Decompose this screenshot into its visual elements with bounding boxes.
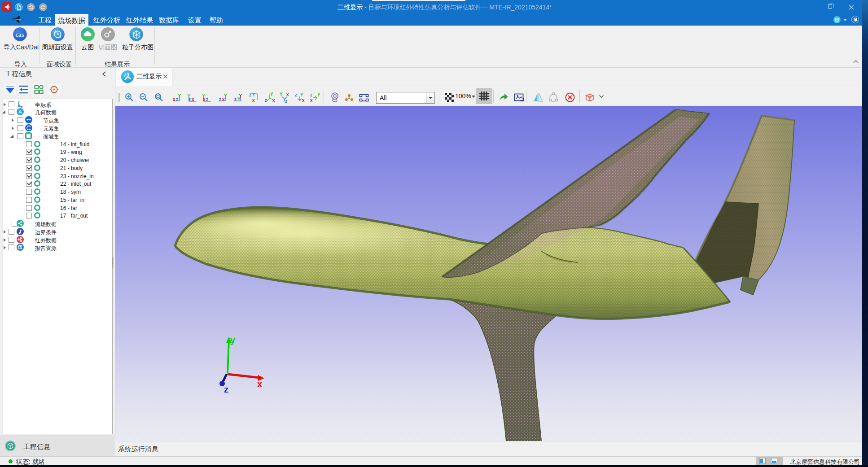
- svg-text:x: x: [302, 98, 305, 103]
- svg-text:x: x: [272, 98, 275, 103]
- svg-text:Y: Y: [300, 92, 303, 97]
- svg-text:z: z: [265, 98, 267, 103]
- svg-text:z: z: [206, 97, 208, 102]
- svg-text:z: z: [249, 92, 251, 97]
- svg-text:z: z: [310, 92, 312, 97]
- svg-text:x: x: [257, 379, 262, 389]
- svg-text:z: z: [295, 92, 297, 97]
- svg-text:z: z: [19, 104, 20, 106]
- svg-text:Y: Y: [280, 92, 283, 97]
- svg-text:x: x: [203, 97, 206, 102]
- svg-text:x: x: [192, 97, 194, 102]
- svg-text:x: x: [310, 98, 313, 103]
- svg-text:Y: Y: [317, 92, 320, 97]
- svg-text:x: x: [252, 98, 255, 103]
- svg-text:y: y: [230, 335, 236, 345]
- svg-text:z: z: [224, 384, 228, 394]
- svg-text:x: x: [21, 105, 23, 108]
- svg-text:x: x: [286, 92, 289, 97]
- svg-text:Y: Y: [18, 101, 20, 104]
- svg-text:Y: Y: [270, 92, 273, 97]
- svg-text:z: z: [285, 99, 287, 104]
- svg-text:Y: Y: [252, 92, 255, 97]
